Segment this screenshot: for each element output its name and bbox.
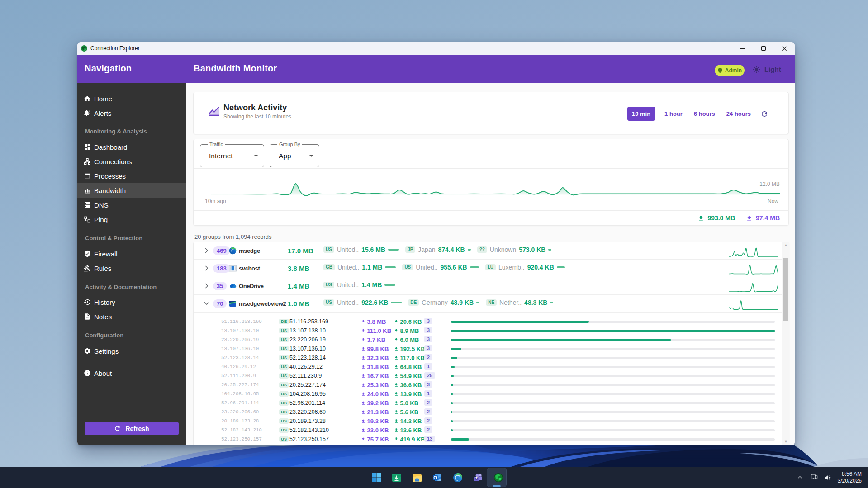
svg-text:T: T (475, 477, 478, 480)
